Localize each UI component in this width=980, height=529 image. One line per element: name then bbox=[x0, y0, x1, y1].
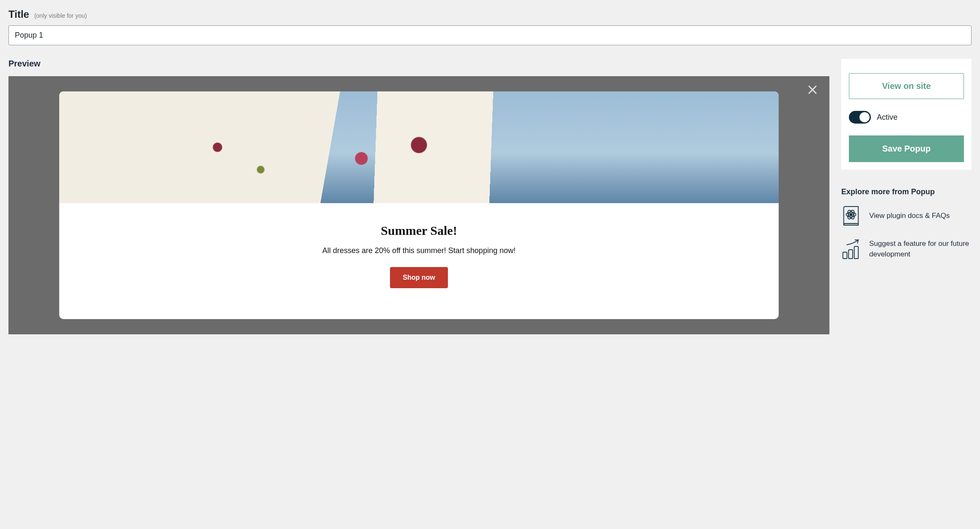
shop-now-button[interactable]: Shop now bbox=[390, 267, 447, 288]
save-popup-button[interactable]: Save Popup bbox=[849, 135, 964, 162]
svg-rect-8 bbox=[854, 246, 859, 259]
active-toggle[interactable] bbox=[849, 111, 871, 124]
explore-docs-link[interactable]: View plugin docs & FAQs bbox=[841, 206, 972, 226]
popup-heading: Summer Sale! bbox=[381, 223, 457, 238]
popup-hero-image bbox=[59, 91, 779, 203]
view-on-site-button[interactable]: View on site bbox=[849, 73, 964, 99]
explore-suggest-link[interactable]: Suggest a feature for our future develop… bbox=[841, 239, 972, 259]
svg-rect-6 bbox=[843, 252, 847, 258]
growth-chart-icon bbox=[841, 239, 861, 259]
preview-stage: Summer Sale! All dresses are 20% off thi… bbox=[8, 76, 829, 334]
svg-point-2 bbox=[850, 213, 852, 216]
title-input[interactable] bbox=[8, 25, 972, 45]
close-icon[interactable] bbox=[807, 84, 818, 96]
preview-label: Preview bbox=[8, 59, 829, 69]
svg-rect-7 bbox=[848, 250, 853, 259]
explore-item-label: View plugin docs & FAQs bbox=[869, 211, 950, 221]
explore-heading: Explore more from Popup bbox=[841, 187, 972, 196]
popup-card: Summer Sale! All dresses are 20% off thi… bbox=[59, 91, 779, 319]
title-hint: (only visible for you) bbox=[34, 12, 87, 19]
publish-panel: View on site Active Save Popup bbox=[841, 59, 972, 170]
active-toggle-label: Active bbox=[877, 113, 898, 122]
popup-subheading: All dresses are 20% off this summer! Sta… bbox=[322, 246, 516, 255]
explore-item-label: Suggest a feature for our future develop… bbox=[869, 239, 972, 259]
book-atom-icon bbox=[841, 206, 861, 226]
title-label: Title bbox=[8, 8, 29, 20]
